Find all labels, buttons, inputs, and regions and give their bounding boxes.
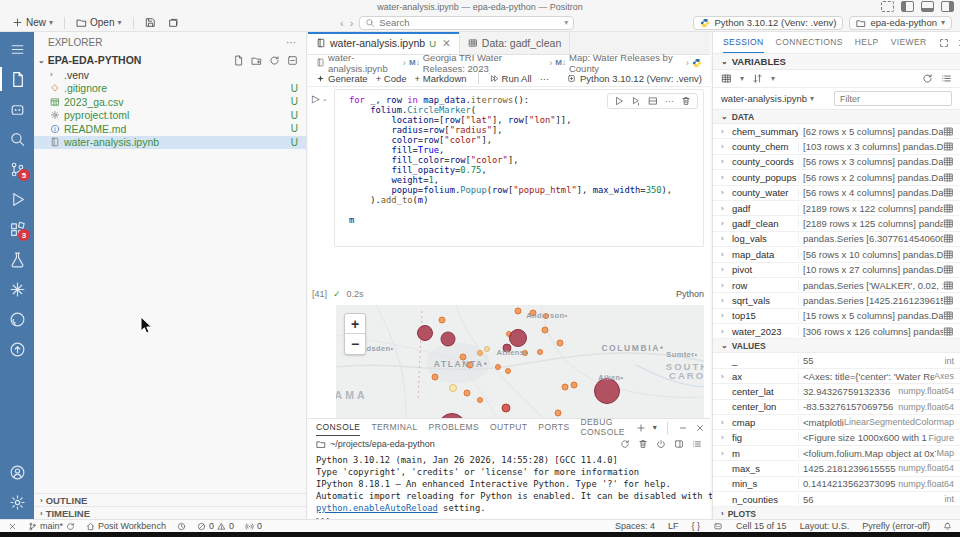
map-circle-marker[interactable] — [464, 390, 471, 397]
search-input[interactable] — [379, 17, 560, 28]
panel-tab-terminal[interactable]: TERMINAL — [371, 419, 417, 436]
map-circle-marker[interactable] — [417, 325, 433, 341]
language-brackets-item[interactable]: { } — [692, 521, 701, 531]
open-button[interactable]: Open▾ — [72, 16, 125, 29]
session-tab-session[interactable]: SESSION — [723, 32, 764, 53]
more-actions-icon[interactable]: ··· — [286, 37, 296, 48]
new-button[interactable]: New▾ — [8, 16, 57, 29]
variable-row-county_popups[interactable]: ›county_popups[56 rows x 2 columns] pand… — [713, 170, 960, 185]
session-tab-viewer[interactable]: VIEWER — [891, 32, 927, 53]
customize-layout-icon[interactable] — [881, 1, 894, 12]
breadcrumb-file[interactable]: water-analysis.ipynb — [328, 52, 400, 74]
open-table-icon[interactable] — [943, 218, 960, 229]
file-2023-ga-csv[interactable]: 2023_ga.csvU — [34, 95, 306, 109]
more-actions-icon[interactable]: ··· — [540, 73, 550, 84]
kernel-selector[interactable]: Python 3.10.12 (Venv: .venv) — [567, 73, 702, 84]
indent-item[interactable]: Spaces: 4 — [615, 521, 655, 531]
history-item[interactable] — [177, 522, 186, 531]
variable-row-m[interactable]: ›m<folium.folium.Map object at 0x7f...Ma… — [713, 446, 960, 461]
values-group-header[interactable]: ⌄VALUES — [713, 339, 960, 353]
project-root-row[interactable]: ⌄ EPA-EDA-PYTHON — [34, 52, 306, 68]
list-icon[interactable] — [941, 73, 952, 84]
map-circle-marker[interactable] — [495, 364, 501, 370]
save-button[interactable] — [141, 16, 160, 29]
map-circle-marker[interactable] — [477, 350, 483, 356]
refresh-icon[interactable] — [269, 55, 280, 66]
interpreter-selector[interactable]: Python 3.10.12 (Venv: .venv) — [693, 16, 843, 30]
code-editor[interactable]: for _, row in map_data.iterrows(): foliu… — [334, 89, 704, 247]
variable-row-pivot[interactable]: ›pivot[10 rows x 27 columns] pandas.Da..… — [713, 263, 960, 278]
variable-row-map_data[interactable]: ›map_data[56 rows x 10 columns] pandas.D… — [713, 247, 960, 262]
map-circle-marker[interactable] — [529, 310, 536, 317]
activity-testing-icon[interactable] — [0, 244, 34, 274]
breadcrumb-subsection[interactable]: Map: Water Releases by County — [569, 52, 683, 74]
more-icon[interactable]: ··· — [665, 96, 674, 106]
map-circle-marker[interactable] — [522, 350, 528, 356]
variable-row-county_water[interactable]: ›county_water[56 rows x 4 columns] panda… — [713, 186, 960, 201]
collapse-all-icon[interactable] — [287, 55, 298, 66]
map-circle-marker[interactable] — [561, 383, 568, 390]
run-above-icon[interactable] — [614, 96, 624, 106]
save-all-button[interactable] — [164, 16, 183, 29]
session-tab-connections[interactable]: CONNECTIONS — [776, 32, 843, 53]
global-search[interactable]: ▾ — [359, 16, 574, 30]
panel-tab-output[interactable]: OUTPUT — [490, 419, 527, 436]
split-cell-icon[interactable] — [648, 96, 658, 106]
open-table-icon[interactable] — [943, 156, 960, 167]
variables-filter[interactable] — [834, 91, 952, 106]
variable-row-top15[interactable]: ›top15[15 rows x 5 columns] pandas.Dat..… — [713, 309, 960, 324]
file--venv[interactable]: ›.venv — [34, 68, 306, 82]
outline-section[interactable]: ›OUTLINE — [34, 493, 306, 506]
map-circle-marker[interactable] — [515, 308, 522, 315]
add-code-button[interactable]: + Code — [376, 73, 407, 84]
activity-account-icon[interactable] — [0, 457, 34, 487]
chevron-down-icon[interactable]: ▾ — [653, 423, 657, 432]
console-output[interactable]: Python 3.10.12 (main, Jan 26 2026, 14:55… — [308, 451, 710, 526]
timeline-section[interactable]: ›TIMELINE — [34, 506, 306, 519]
open-table-icon[interactable] — [943, 280, 960, 291]
map-circle-marker[interactable] — [431, 373, 438, 380]
workspace-selector[interactable]: epa-eda-python ▾ — [849, 16, 952, 30]
posit-workbench-item[interactable]: Posit Workbench — [86, 521, 166, 531]
variable-row-county_chem[interactable]: ›county_chem[103 rows x 3 columns] panda… — [713, 139, 960, 154]
variable-row-water_2023[interactable]: ›water_2023[306 rows x 126 columns] pand… — [713, 324, 960, 339]
remote-indicator[interactable] — [8, 522, 17, 531]
panel-tab-console[interactable]: CONSOLE — [316, 419, 360, 436]
close-tab-icon[interactable]: ✕ — [442, 37, 451, 49]
open-table-icon[interactable] — [943, 141, 960, 152]
open-table-icon[interactable] — [943, 126, 960, 137]
filter-input[interactable] — [840, 94, 946, 104]
cell-position-item[interactable]: Cell 15 of 15 — [736, 521, 787, 531]
open-table-icon[interactable] — [943, 295, 960, 306]
map-circle-marker[interactable] — [594, 378, 620, 404]
variable-row-_[interactable]: _55int — [713, 353, 960, 368]
variable-row-center_lat[interactable]: center_lat32.94326759132336numpy.float64 — [713, 384, 960, 399]
expand-icon[interactable] — [939, 38, 949, 48]
session-dropdown[interactable]: water-analysis.ipynb▾ — [721, 93, 814, 104]
delete-cell-icon[interactable] — [681, 96, 691, 106]
sort-icon[interactable] — [752, 73, 763, 84]
close-icon[interactable] — [957, 38, 960, 48]
generate-button[interactable]: Generate — [316, 73, 368, 84]
interrupt-icon[interactable] — [656, 439, 666, 449]
console-list-icon[interactable] — [692, 439, 702, 449]
file-water-analysis-ipynb[interactable]: water-analysis.ipynbU — [34, 136, 306, 150]
tab-data-gadf-clean[interactable]: Data: gadf_clean — [460, 32, 570, 54]
activity-connections-icon[interactable] — [0, 274, 34, 304]
zoom-in-button[interactable]: + — [345, 314, 365, 334]
new-file-icon[interactable] — [233, 55, 244, 66]
map-circle-marker[interactable] — [554, 410, 561, 417]
open-table-icon[interactable] — [943, 310, 960, 321]
open-table-icon[interactable] — [943, 233, 960, 244]
map-circle-marker[interactable] — [537, 349, 543, 355]
new-folder-icon[interactable] — [251, 55, 262, 66]
variable-row-n_counties[interactable]: n_counties56int — [713, 492, 960, 507]
problems-item[interactable]: 00 — [197, 521, 234, 531]
activity-run-debug-icon[interactable] — [0, 184, 34, 214]
ports-item[interactable]: 0 — [245, 521, 262, 531]
move-console-icon[interactable] — [674, 439, 684, 449]
map-circle-marker[interactable] — [459, 353, 466, 360]
open-table-icon[interactable] — [943, 249, 960, 260]
minimize-panel-icon[interactable] — [678, 423, 688, 433]
open-table-icon[interactable] — [943, 203, 960, 214]
